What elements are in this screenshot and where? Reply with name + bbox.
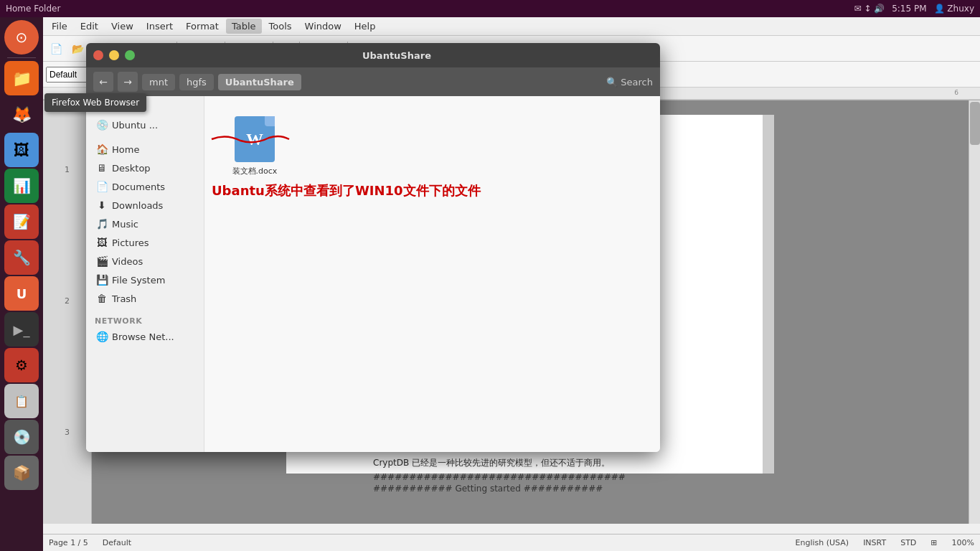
lo-menubar: File Edit View Insert Format Table Tools… — [43, 17, 980, 36]
lo-page-numbers: 1 2 3 4 — [43, 100, 92, 524]
menu-table[interactable]: Table — [226, 19, 262, 34]
fm-filesystem-label: File System — [112, 275, 165, 286]
fm-back-button[interactable]: ← — [93, 72, 113, 92]
fm-sidebar-trash[interactable]: 🗑 Trash — [86, 289, 204, 308]
fm-body: Devices 💿 Ubuntu ... 🏠 Home 🖥 Desktop 📄 … — [86, 96, 660, 452]
page-num-2: 2 — [65, 296, 70, 306]
fm-sidebar-downloads[interactable]: ⬇ Downloads — [86, 196, 204, 215]
fm-videos-label: Videos — [112, 256, 143, 267]
fm-sidebar: Devices 💿 Ubuntu ... 🏠 Home 🖥 Desktop 📄 … — [86, 96, 204, 452]
lo-statusbar: Page 1 / 5 Default English (USA) INSRT S… — [43, 534, 980, 551]
page-num-1: 1 — [65, 165, 70, 174]
fm-ubuntu-drive-icon: 💿 — [96, 119, 108, 131]
dock-icon-software[interactable]: U — [4, 276, 39, 311]
fm-music-label: Music — [112, 219, 138, 230]
menu-help[interactable]: Help — [349, 19, 382, 34]
menu-edit[interactable]: Edit — [75, 19, 104, 34]
top-bar-time: 5:15 PM — [892, 4, 926, 14]
doc-hash-line: ################################### — [316, 472, 958, 482]
toolbar-open[interactable]: 📂 — [67, 39, 88, 58]
fm-search-label: Search — [621, 77, 653, 88]
fm-sidebar-documents[interactable]: 📄 Documents — [86, 177, 204, 196]
fm-browsenet-label: Browse Net... — [112, 331, 174, 342]
doc-scrollbar[interactable] — [763, 115, 774, 474]
fm-breadcrumb-hgfs[interactable]: hgfs — [179, 74, 214, 90]
lo-scrollbar-right[interactable] — [969, 100, 980, 524]
top-bar-left: Home Folder — [6, 4, 60, 14]
dock-icon-impress[interactable]: 📝 — [4, 204, 39, 239]
fm-search-area: 🔍 Search — [606, 77, 653, 88]
fm-pictures-label: Pictures — [112, 237, 149, 248]
statusbar-std: STD — [900, 538, 916, 547]
dock-icon-archive[interactable]: 📦 — [4, 456, 39, 490]
dock-icon-files[interactable]: 📁 — [4, 61, 39, 95]
scrollbar-thumb[interactable] — [970, 102, 980, 145]
menu-insert[interactable]: Insert — [141, 19, 179, 34]
fm-pictures-icon: 🖼 — [96, 237, 108, 248]
dock-icon-dvd[interactable]: 💿 — [4, 420, 39, 454]
dock-icon-image[interactable]: 🖼 — [4, 133, 39, 167]
dock-separator — [7, 57, 36, 58]
fm-forward-button[interactable]: → — [118, 72, 138, 92]
doc-cryptdb-line: CryptDB 已经是一种比较先进的研究模型，但还不适于商用。 — [316, 457, 958, 469]
statusbar-icon: ⊞ — [930, 538, 937, 547]
menu-tools[interactable]: Tools — [263, 19, 298, 34]
fm-breadcrumb-ubantu[interactable]: UbantuShare — [218, 74, 301, 90]
lo-doc-bottom-text: CryptDB 已经是一种比较先进的研究模型，但还不适于商用。 ########… — [316, 457, 958, 494]
fm-documents-label: Documents — [112, 182, 165, 192]
statusbar-page: Page 1 / 5 — [49, 538, 88, 547]
dock-icon-firefox[interactable]: 🦊 Firefox Web Browser — [4, 97, 39, 131]
fm-home-label: Home — [112, 144, 139, 155]
fm-sidebar-music[interactable]: 🎵 Music — [86, 215, 204, 233]
toolbar-new[interactable]: 📄 — [46, 39, 66, 58]
fm-sidebar-videos[interactable]: 🎬 Videos — [86, 252, 204, 270]
dock-icon-settings[interactable]: 🔧 — [4, 240, 39, 275]
fm-music-icon: 🎵 — [96, 218, 108, 230]
fm-sidebar-pictures[interactable]: 🖼 Pictures — [86, 233, 204, 252]
fm-minimize-button[interactable] — [109, 50, 119, 60]
fm-ubuntu-label: Ubuntu ... — [112, 120, 158, 131]
menu-file[interactable]: File — [46, 19, 73, 34]
fm-videos-icon: 🎬 — [96, 255, 108, 267]
dock-icon-calc[interactable]: 📊 — [4, 169, 39, 203]
top-bar-icons: ✉ ↕ 🔊 — [854, 4, 885, 14]
menu-format[interactable]: Format — [180, 19, 225, 34]
fm-downloads-label: Downloads — [112, 200, 163, 211]
fm-annotation-text: Ubantu系统中查看到了WIN10文件下的文件 — [212, 182, 481, 199]
fm-maximize-button[interactable] — [125, 50, 135, 60]
dock-icon-systemtools[interactable]: ⚙ — [4, 348, 39, 382]
fm-breadcrumb-mnt[interactable]: mnt — [142, 74, 175, 90]
top-system-bar: Home Folder ✉ ↕ 🔊 5:15 PM 👤 Zhuxy — [0, 0, 980, 17]
fm-sidebar-ubuntu[interactable]: 💿 Ubuntu ... — [86, 116, 204, 134]
fm-titlebar: UbantuShare — [86, 43, 660, 67]
fm-home-icon: 🏠 — [96, 143, 108, 155]
dock-icon-ubuntu[interactable]: ⊙ — [4, 20, 39, 55]
doc-getting-line: ########### Getting started ########### — [316, 484, 958, 494]
fm-file-name: 装文档.docx — [232, 166, 278, 176]
file-manager-window: UbantuShare ← → mnt hgfs UbantuShare 🔍 S… — [86, 43, 660, 452]
fm-main-content[interactable]: W 装文档.docx Ubantu系统中查看到了WIN10文件下的文件 — [204, 96, 660, 452]
top-bar-title: Home Folder — [6, 4, 60, 14]
statusbar-language: English (USA) — [796, 538, 849, 547]
statusbar-mode: INSRT — [863, 538, 886, 547]
dock-icon-writer[interactable]: 📋 — [4, 384, 39, 418]
ubuntu-dock: ⊙ 📁 🦊 Firefox Web Browser 🖼 📊 📝 🔧 U ▶_ ⚙… — [0, 17, 43, 551]
fm-downloads-icon: ⬇ — [96, 199, 108, 211]
menu-view[interactable]: View — [105, 19, 139, 34]
top-bar-right: ✉ ↕ 🔊 5:15 PM 👤 Zhuxy — [854, 4, 974, 14]
fm-sidebar-desktop[interactable]: 🖥 Desktop — [86, 159, 204, 177]
fm-search-icon: 🔍 — [606, 77, 618, 88]
doc-scribble-overlay — [204, 132, 291, 146]
fm-desktop-label: Desktop — [112, 163, 151, 174]
fm-network-icon: 🌐 — [96, 331, 108, 342]
fm-close-button[interactable] — [93, 50, 103, 60]
fm-file-docx[interactable]: W 装文档.docx — [219, 110, 291, 182]
firefox-browser-tooltip: Firefox Web Browser — [44, 93, 146, 112]
dock-icon-terminal[interactable]: ▶_ — [4, 312, 39, 347]
menu-window[interactable]: Window — [299, 19, 347, 34]
statusbar-style: Default — [103, 538, 131, 547]
fm-sidebar-browsenet[interactable]: 🌐 Browse Net... — [86, 327, 204, 346]
top-bar-user: 👤 Zhuxy — [934, 4, 974, 14]
fm-sidebar-filesystem[interactable]: 💾 File System — [86, 270, 204, 289]
fm-sidebar-home[interactable]: 🏠 Home — [86, 140, 204, 159]
